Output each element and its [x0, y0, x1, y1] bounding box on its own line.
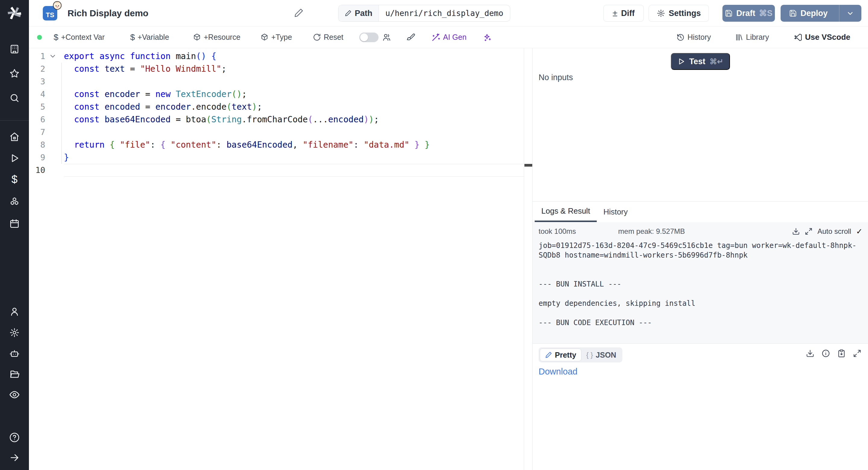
line-number: 2: [29, 63, 64, 75]
deploy-dropdown-button[interactable]: [839, 5, 861, 22]
library-icon: [735, 33, 743, 41]
settings-button-label: Settings: [669, 9, 701, 18]
collaborators-button[interactable]: [382, 27, 391, 48]
diff-button[interactable]: ± Diff: [603, 5, 644, 22]
code-line[interactable]: return { "file": { "content": base64Enco…: [64, 138, 524, 151]
code-line[interactable]: export async function main() {: [64, 50, 524, 63]
code-line[interactable]: const base64Encoded = btoa(String.fromCh…: [64, 113, 524, 126]
reset-label: Reset: [324, 33, 343, 41]
diff-button-label: Diff: [621, 9, 635, 18]
pretty-label: Pretty: [555, 351, 576, 359]
favorites-star-icon[interactable]: [9, 68, 20, 79]
info-icon[interactable]: [822, 349, 830, 357]
expand-sidebar-arrow-icon[interactable]: [9, 452, 20, 463]
format-brush-button[interactable]: [406, 27, 415, 48]
path-label[interactable]: Path: [338, 5, 379, 21]
variables-dollar-icon[interactable]: $: [11, 174, 18, 185]
result-tabs: Logs & Result History: [532, 201, 868, 222]
path-value[interactable]: u/henri/rich_display_demo: [379, 5, 510, 21]
draft-shortcut: ⌘S: [759, 8, 772, 18]
help-icon[interactable]: [9, 432, 20, 443]
folders-icon[interactable]: [9, 369, 20, 380]
settings-gear-icon[interactable]: [9, 327, 20, 338]
code-line[interactable]: [64, 164, 524, 177]
draft-button[interactable]: Draft ⌘S: [722, 5, 775, 22]
chevron-down-icon: [846, 9, 854, 17]
search-icon[interactable]: [9, 93, 20, 103]
topbar: TS Rich Display demo Path u/henri/rich_d…: [29, 0, 868, 27]
result-view-switcher: Pretty { } JSON: [538, 347, 622, 363]
overview-ruler-cursor-marker: [524, 164, 532, 167]
editor-gutter: 12345678910: [29, 48, 64, 470]
use-vscode-button[interactable]: Use VScode: [794, 27, 850, 48]
edit-title-pencil-icon[interactable]: [293, 8, 304, 18]
reset-button[interactable]: Reset: [313, 27, 343, 48]
add-context-var-button[interactable]: $ +Context Var: [54, 27, 104, 48]
add-type-button[interactable]: +Type: [260, 27, 292, 48]
history-button[interactable]: History: [676, 27, 711, 48]
json-view-button[interactable]: { } JSON: [581, 349, 621, 361]
took-duration: took 100ms: [538, 227, 576, 236]
tab-history[interactable]: History: [597, 201, 634, 222]
workspace-building-icon[interactable]: [9, 44, 20, 54]
windmill-logo-icon[interactable]: [6, 5, 23, 22]
add-resource-button[interactable]: +Resource: [193, 27, 241, 48]
package-box-icon: [193, 33, 201, 41]
expand-result-icon[interactable]: [853, 349, 861, 357]
workers-robot-icon[interactable]: [9, 348, 20, 359]
log-line: --- BUN INSTALL ---: [538, 279, 858, 289]
line-number: 8: [29, 138, 64, 151]
dollar-icon: $: [54, 33, 59, 42]
line-number: 4: [29, 88, 64, 101]
history-label: History: [687, 33, 711, 41]
history-clock-icon: [676, 33, 685, 41]
library-button[interactable]: Library: [735, 27, 769, 48]
eye-icon[interactable]: [9, 389, 20, 400]
settings-button[interactable]: Settings: [649, 5, 709, 22]
home-icon[interactable]: [9, 132, 20, 142]
deploy-button[interactable]: Deploy: [781, 5, 835, 22]
log-line: job=01912d75-163d-8204-47c9-5469c516cb1e…: [538, 241, 858, 260]
download-logs-icon[interactable]: [792, 227, 800, 235]
user-icon[interactable]: [9, 306, 20, 317]
pretty-view-button[interactable]: Pretty: [540, 349, 581, 361]
line-number: 6: [29, 113, 64, 126]
test-button[interactable]: Test ⌘↵: [671, 53, 730, 70]
use-vscode-label: Use VScode: [805, 33, 850, 42]
schedules-calendar-icon[interactable]: [9, 218, 20, 229]
mem-peak: mem peak: 9.527MB: [618, 227, 685, 236]
resources-cubes-icon[interactable]: [9, 196, 20, 207]
code-line[interactable]: }: [64, 151, 524, 164]
fold-chevron-down-icon[interactable]: [49, 52, 57, 60]
code-line[interactable]: const encoded = encoder.encode(text);: [64, 101, 524, 113]
result-section: Pretty { } JSON: [532, 343, 868, 470]
no-inputs-text: No inputs: [538, 73, 573, 82]
ai-gen-label: AI Gen: [443, 33, 467, 41]
code-line[interactable]: [64, 75, 524, 88]
sparkles-icon: [483, 33, 492, 42]
copy-clipboard-icon[interactable]: [837, 349, 846, 357]
runs-play-icon[interactable]: [9, 153, 20, 163]
download-result-icon[interactable]: [806, 349, 814, 357]
logs-section: took 100ms mem peak: 9.527MB Auto scroll…: [532, 222, 868, 343]
diff-mode-toggle[interactable]: [359, 33, 378, 42]
download-result-link[interactable]: Download: [538, 367, 578, 377]
save-draft-icon: [725, 9, 733, 17]
auto-scroll-checkmark[interactable]: ✓: [856, 227, 863, 236]
ai-sparkles-button[interactable]: [483, 27, 492, 48]
add-variable-label: +Variable: [138, 33, 169, 41]
path-edit-pencil-icon: [344, 10, 352, 17]
path-field[interactable]: Path u/henri/rich_display_demo: [338, 5, 510, 22]
ai-gen-button[interactable]: AI Gen: [431, 27, 467, 48]
log-line: --- BUN CODE EXECUTION ---: [538, 318, 858, 327]
expand-logs-icon[interactable]: [805, 227, 812, 235]
code-content[interactable]: export async function main() { const tex…: [64, 48, 524, 470]
code-editor[interactable]: 12345678910 export async function main()…: [29, 48, 532, 470]
auto-scroll-label[interactable]: Auto scroll: [817, 227, 851, 236]
code-line[interactable]: const text = "Hello Windmill";: [64, 63, 524, 75]
tab-logs-result[interactable]: Logs & Result: [535, 201, 597, 222]
job-logs: job=01912d75-163d-8204-47c9-5469c516cb1e…: [538, 241, 858, 327]
code-line[interactable]: [64, 126, 524, 138]
add-variable-button[interactable]: $ +Variable: [130, 27, 169, 48]
code-line[interactable]: const encoder = new TextEncoder();: [64, 88, 524, 101]
